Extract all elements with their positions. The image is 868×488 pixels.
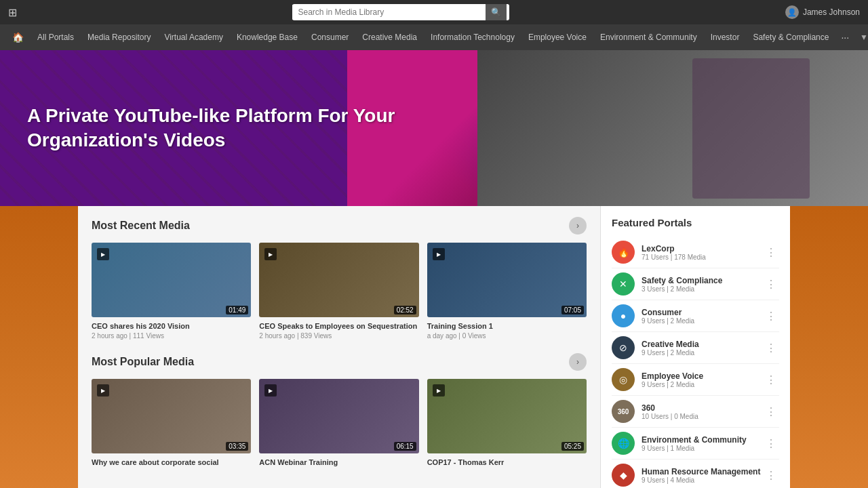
- portal-meta-360: 10 Users | 0 Media: [642, 413, 763, 420]
- portal-meta-lexcorp: 71 Users | 178 Media: [642, 253, 763, 261]
- nav-more-button[interactable]: ···: [835, 32, 854, 43]
- user-info[interactable]: 👤 James Johnson: [785, 5, 860, 19]
- media-card-popular-1[interactable]: ▶ 06:15 ACN Webinar Training: [259, 379, 418, 468]
- media-card-recent-0[interactable]: ▶ 01:49 CEO shares his 2020 Vision 2 hou…: [92, 243, 251, 340]
- play-icon-recent-0: ▶: [97, 248, 109, 260]
- media-meta-recent-0: 2 hours ago | 111 Views: [92, 332, 251, 340]
- portal-name-environment: Environment & Community: [642, 435, 763, 445]
- portal-item-360[interactable]: 360 360 10 Users | 0 Media ⋮: [612, 396, 779, 428]
- nav-item-investor[interactable]: Investor: [704, 24, 747, 50]
- portal-icon-consumer: ●: [612, 304, 635, 327]
- nav-item-knowledge-base[interactable]: Knowledge Base: [230, 24, 304, 50]
- nav-item-information-technology[interactable]: Information Technology: [424, 24, 521, 50]
- duration-badge-recent-0: 01:49: [226, 306, 248, 314]
- most-recent-next-button[interactable]: ›: [569, 217, 587, 235]
- play-icon-popular-0: ▶: [97, 384, 109, 396]
- portal-item-lexcorp[interactable]: 🔥 LexCorp 71 Users | 178 Media ⋮: [612, 237, 779, 268]
- hero-content: A Private YouTube-like Platform For Your…: [0, 104, 477, 153]
- most-recent-title: Most Recent Media: [92, 220, 190, 232]
- media-card-popular-2[interactable]: ▶ 05:25 COP17 - Thomas Kerr: [427, 379, 587, 468]
- media-card-recent-1[interactable]: ▶ 02:52 CEO Speaks to Employees on Seque…: [259, 243, 418, 340]
- portal-info-lexcorp: LexCorp 71 Users | 178 Media: [642, 244, 763, 261]
- most-popular-next-button[interactable]: ›: [569, 353, 587, 371]
- nav-item-consumer[interactable]: Consumer: [304, 24, 355, 50]
- nav-dropdown-icon[interactable]: ▼: [854, 33, 868, 42]
- nav-item-safety-compliance[interactable]: Safety & Compliance: [746, 24, 835, 50]
- hero-image-inner: [477, 50, 868, 206]
- portal-name-360: 360: [642, 403, 763, 413]
- media-thumb-popular-0: ▶ 03:35: [92, 379, 251, 453]
- portal-item-environment[interactable]: 🌐 Environment & Community 9 Users | 1 Me…: [612, 428, 779, 460]
- most-popular-header: Most Popular Media ›: [92, 353, 587, 371]
- most-popular-section: Most Popular Media › ▶ 03:35 Why we care…: [92, 353, 587, 468]
- featured-portals-sidebar: Featured Portals 🔥 LexCorp 71 Users | 17…: [600, 206, 790, 488]
- media-thumb-popular-2: ▶ 05:25: [427, 379, 587, 453]
- portal-item-creative[interactable]: ⊘ Creative Media 9 Users | 2 Media ⋮: [612, 332, 779, 364]
- portal-icon-lexcorp: 🔥: [612, 241, 635, 264]
- portal-item-hr[interactable]: ◆ Human Resource Management 9 Users | 4 …: [612, 460, 779, 488]
- nav-item-media-repository[interactable]: Media Repository: [81, 24, 157, 50]
- portal-item-employee-voice[interactable]: ◎ Employee Voice 9 Users | 2 Media ⋮: [612, 364, 779, 396]
- portal-name-safety: Safety & Compliance: [642, 276, 763, 285]
- portal-info-environment: Environment & Community 9 Users | 1 Medi…: [642, 435, 763, 452]
- portal-icon-creative: ⊘: [612, 336, 635, 359]
- media-meta-recent-1: 2 hours ago | 839 Views: [259, 332, 418, 340]
- search-bar[interactable]: 🔍: [292, 4, 509, 20]
- most-popular-grid: ▶ 03:35 Why we care about corporate soci…: [92, 379, 587, 468]
- nav-item-virtual-academy[interactable]: Virtual Academy: [157, 24, 230, 50]
- most-recent-section: Most Recent Media › ▶ 01:49 CEO shares h…: [92, 217, 587, 340]
- portal-menu-lexcorp[interactable]: ⋮: [763, 246, 779, 259]
- nav-home-button[interactable]: 🏠: [5, 32, 31, 43]
- user-name: James Johnson: [803, 7, 860, 17]
- media-thumb-recent-0: ▶ 01:49: [92, 243, 251, 317]
- left-decoration: [0, 206, 78, 488]
- portal-menu-consumer[interactable]: ⋮: [763, 310, 779, 323]
- most-recent-grid: ▶ 01:49 CEO shares his 2020 Vision 2 hou…: [92, 243, 587, 340]
- portal-menu-employee-voice[interactable]: ⋮: [763, 373, 779, 386]
- avatar: 👤: [785, 5, 799, 19]
- media-title-popular-2: COP17 - Thomas Kerr: [427, 458, 587, 467]
- duration-badge-popular-0: 03:35: [226, 442, 248, 451]
- media-title-recent-0: CEO shares his 2020 Vision: [92, 321, 251, 331]
- portal-meta-consumer: 9 Users | 2 Media: [642, 317, 763, 325]
- hero-banner: A Private YouTube-like Platform For Your…: [0, 50, 868, 206]
- duration-badge-popular-1: 06:15: [394, 442, 416, 451]
- nav-item-employee-voice[interactable]: Employee Voice: [521, 24, 593, 50]
- hero-title: A Private YouTube-like Platform For Your…: [27, 104, 450, 153]
- portal-name-employee-voice: Employee Voice: [642, 371, 763, 381]
- portal-menu-environment[interactable]: ⋮: [763, 437, 779, 450]
- portal-menu-creative[interactable]: ⋮: [763, 342, 779, 354]
- play-icon-recent-1: ▶: [264, 248, 277, 260]
- most-recent-header: Most Recent Media ›: [92, 217, 587, 235]
- play-icon-popular-1: ▶: [264, 384, 277, 396]
- portal-icon-360: 360: [612, 400, 635, 423]
- portal-item-safety[interactable]: ✕ Safety & Compliance 3 Users | 2 Media …: [612, 268, 779, 300]
- featured-portals-title: Featured Portals: [612, 217, 779, 228]
- portal-menu-safety[interactable]: ⋮: [763, 278, 779, 291]
- portal-icon-environment: 🌐: [612, 432, 635, 455]
- media-thumb-recent-1: ▶ 02:52: [259, 243, 418, 317]
- portal-meta-employee-voice: 9 Users | 2 Media: [642, 381, 763, 388]
- nav-item-all-portals[interactable]: All Portals: [31, 24, 81, 50]
- portal-info-hr: Human Resource Management 9 Users | 4 Me…: [642, 467, 763, 484]
- grid-icon[interactable]: ⊞: [8, 6, 17, 19]
- right-decoration: [790, 206, 868, 488]
- search-input[interactable]: [292, 5, 486, 20]
- portal-meta-environment: 9 Users | 1 Media: [642, 445, 763, 452]
- portal-menu-hr[interactable]: ⋮: [763, 469, 779, 482]
- main-area: Most Recent Media › ▶ 01:49 CEO shares h…: [0, 206, 868, 488]
- portal-info-creative: Creative Media 9 Users | 2 Media: [642, 340, 763, 357]
- media-card-popular-0[interactable]: ▶ 03:35 Why we care about corporate soci…: [92, 379, 251, 468]
- search-button[interactable]: 🔍: [486, 4, 507, 20]
- portal-info-consumer: Consumer 9 Users | 2 Media: [642, 308, 763, 325]
- portal-icon-employee-voice: ◎: [612, 368, 635, 391]
- duration-badge-recent-1: 02:52: [394, 306, 416, 314]
- portal-menu-360[interactable]: ⋮: [763, 405, 779, 418]
- media-card-recent-2[interactable]: ▶ 07:05 Training Session 1 a day ago | 0…: [427, 243, 587, 340]
- portal-item-consumer[interactable]: ● Consumer 9 Users | 2 Media ⋮: [612, 300, 779, 332]
- nav-item-creative-media[interactable]: Creative Media: [355, 24, 424, 50]
- most-popular-title: Most Popular Media: [92, 356, 194, 368]
- nav-item-environment-community[interactable]: Environment & Community: [593, 24, 704, 50]
- content-panel: Most Recent Media › ▶ 01:49 CEO shares h…: [78, 206, 600, 488]
- play-icon-recent-2: ▶: [433, 248, 445, 260]
